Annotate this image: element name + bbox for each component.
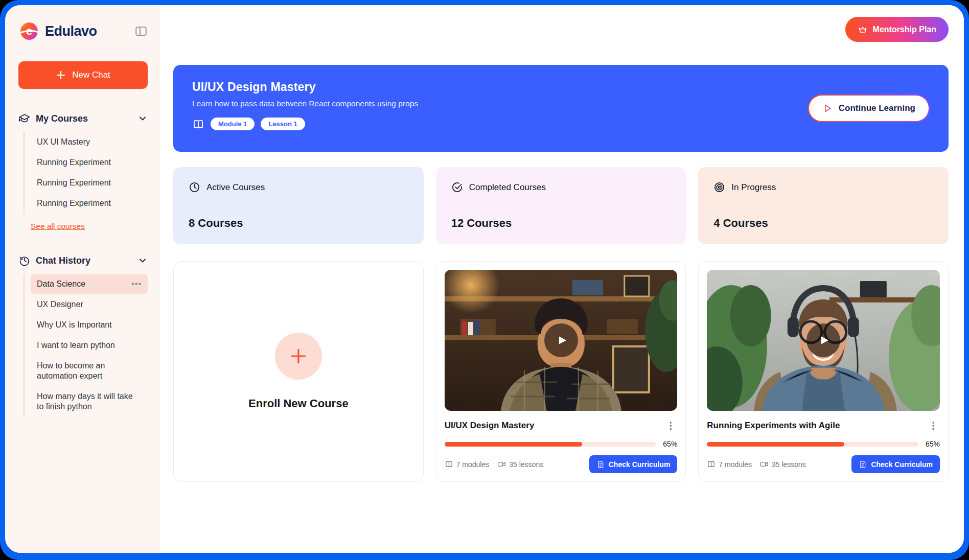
- ellipsis-icon[interactable]: •••: [131, 279, 142, 289]
- chat-item[interactable]: UX Designer: [31, 294, 148, 315]
- kebab-icon[interactable]: ⋮: [927, 423, 940, 428]
- new-chat-button[interactable]: New Chat: [18, 61, 148, 89]
- check-curriculum-label: Check Curriculum: [609, 460, 671, 469]
- chat-history-label: Chat History: [36, 255, 132, 266]
- video-thumbnail[interactable]: [445, 270, 678, 411]
- lessons-label: 35 lessons: [509, 460, 543, 469]
- mentorship-plan-label: Mentorship Plan: [873, 25, 936, 34]
- card-meta-row: 7 modules 35 lessons Check Curriculum: [445, 455, 678, 473]
- main-content: Mentorship Plan UI/UX Design Mastery Lea…: [160, 5, 964, 553]
- stat-label: Active Courses: [206, 182, 265, 193]
- chat-item-label: Data Science: [37, 279, 85, 289]
- panel-toggle-icon[interactable]: [134, 25, 148, 38]
- play-outline-icon: [822, 103, 833, 113]
- logo-mark-icon: e: [18, 20, 40, 42]
- course-card: Running Experiments with Agile ⋮ 65% 7 m…: [698, 261, 949, 482]
- play-button[interactable]: [806, 323, 840, 357]
- continue-learning-label: Continue Learning: [839, 103, 915, 113]
- crown-icon: [858, 25, 868, 35]
- stat-header: Completed Courses: [451, 181, 671, 193]
- modules-meta: 7 modules: [707, 460, 752, 469]
- history-clock-icon: [18, 254, 31, 267]
- logo-wordmark: Edulavo: [45, 24, 97, 39]
- mentorship-plan-button[interactable]: Mentorship Plan: [845, 17, 949, 42]
- chat-item[interactable]: How many days it will take to finish pyt…: [31, 386, 148, 417]
- plus-icon: [289, 346, 308, 366]
- progress-fill: [445, 442, 582, 447]
- video-camera-icon: [760, 460, 769, 469]
- topbar: Mentorship Plan: [173, 17, 949, 42]
- enroll-label: Enroll New Course: [248, 397, 349, 410]
- chevron-down-icon[interactable]: [137, 113, 148, 124]
- continue-learning-inner: Continue Learning: [809, 96, 929, 121]
- course-item[interactable]: Running Experiment: [31, 173, 148, 193]
- chevron-down-icon[interactable]: [137, 255, 148, 266]
- check-curriculum-label: Check Curriculum: [871, 460, 933, 469]
- document-icon: [859, 460, 867, 469]
- window-frame: e Edulavo New Chat My Courses: [0, 0, 969, 560]
- chat-history-list: Data Science ••• UX Designer Why UX is I…: [24, 274, 148, 417]
- stat-value: 8 Courses: [189, 217, 408, 230]
- stats-row: Active Courses 8 Courses Completed Cours…: [173, 167, 949, 244]
- svg-text:e: e: [26, 25, 32, 37]
- course-item[interactable]: Running Experiment: [31, 152, 148, 173]
- check-curriculum-button[interactable]: Check Curriculum: [589, 455, 678, 473]
- progress-fill: [707, 442, 844, 447]
- stat-card-completed: Completed Courses 12 Courses: [436, 167, 686, 244]
- stat-card-active: Active Courses 8 Courses: [173, 167, 424, 244]
- see-all-courses-link[interactable]: See all courses: [31, 222, 85, 231]
- chat-history-header[interactable]: Chat History: [18, 254, 148, 267]
- lesson-badge[interactable]: Lesson 1: [261, 118, 305, 130]
- modules-meta: 7 modules: [445, 460, 490, 469]
- hero-banner: UI/UX Design Mastery Learn how to pass d…: [173, 65, 949, 152]
- my-courses-header[interactable]: My Courses: [18, 112, 148, 125]
- lessons-meta: 35 lessons: [497, 460, 543, 469]
- open-book-icon: [192, 118, 204, 130]
- new-chat-label: New Chat: [72, 70, 110, 80]
- progress-percent: 65%: [663, 440, 677, 448]
- card-title-row: UI/UX Design Mastery ⋮: [445, 421, 678, 431]
- modules-label: 7 modules: [456, 460, 490, 469]
- open-book-icon: [707, 460, 716, 469]
- lessons-label: 35 lessons: [772, 460, 806, 469]
- chat-item[interactable]: I want to learn python: [31, 335, 148, 356]
- play-solid-icon: [556, 334, 568, 346]
- target-icon: [713, 181, 725, 193]
- course-cards-row: Enroll New Course: [173, 261, 949, 482]
- video-thumbnail[interactable]: [707, 270, 940, 411]
- progress-bar: [707, 442, 918, 447]
- progress-bar: [445, 442, 656, 447]
- sidebar: e Edulavo New Chat My Courses: [5, 5, 160, 553]
- chat-item[interactable]: Why UX is Important: [31, 315, 148, 335]
- progress-percent: 65%: [926, 440, 940, 448]
- play-solid-icon: [818, 334, 830, 346]
- logo-row: e Edulavo: [18, 20, 148, 42]
- check-circle-icon: [451, 181, 463, 193]
- plus-icon: [56, 70, 66, 80]
- logo[interactable]: e Edulavo: [18, 20, 97, 42]
- progress-row: 65%: [707, 440, 940, 448]
- chat-item-active[interactable]: Data Science •••: [31, 274, 148, 294]
- stat-header: Active Courses: [189, 181, 408, 193]
- check-curriculum-button[interactable]: Check Curriculum: [851, 455, 940, 473]
- course-item[interactable]: UX UI Mastery: [31, 132, 148, 152]
- course-card: UI/UX Design Mastery ⋮ 65% 7 modules: [436, 261, 686, 482]
- my-courses-list: UX UI Mastery Running Experiment Running…: [24, 132, 148, 214]
- continue-learning-button[interactable]: Continue Learning: [808, 95, 930, 122]
- modules-label: 7 modules: [719, 460, 752, 469]
- course-item[interactable]: Running Experiment: [31, 193, 148, 214]
- play-button[interactable]: [544, 323, 578, 357]
- card-meta-row: 7 modules 35 lessons Check Curriculum: [707, 455, 940, 473]
- stat-card-in-progress: In Progress 4 Courses: [698, 167, 949, 244]
- enroll-plus-circle[interactable]: [275, 333, 322, 380]
- module-badge[interactable]: Module 1: [211, 118, 255, 130]
- lessons-meta: 35 lessons: [760, 460, 806, 469]
- graduation-cap-icon: [18, 112, 31, 125]
- chat-item[interactable]: How to become an automation expert: [31, 356, 148, 386]
- course-title: UI/UX Design Mastery: [445, 421, 535, 431]
- app-shell: e Edulavo New Chat My Courses: [5, 5, 964, 553]
- enroll-new-course-card[interactable]: Enroll New Course: [173, 261, 424, 482]
- kebab-icon[interactable]: ⋮: [664, 423, 677, 428]
- my-courses-label: My Courses: [36, 113, 132, 124]
- hero-title: UI/UX Design Mastery: [192, 80, 930, 94]
